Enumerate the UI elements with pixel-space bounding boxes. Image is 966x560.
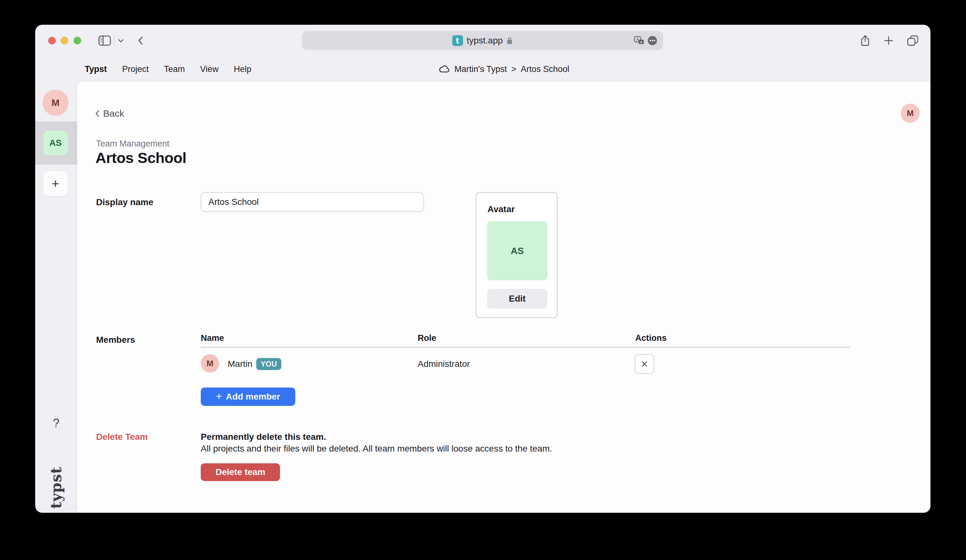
delete-warning-body: All projects and their files will be del… <box>201 443 552 454</box>
translate-icon[interactable]: A a <box>634 36 644 45</box>
sidebar-user-avatar[interactable]: M <box>43 90 69 116</box>
browser-window: t typst.app A a <box>35 25 930 513</box>
sidebar-add-team-button[interactable]: + <box>43 171 68 196</box>
column-header-actions: Actions <box>635 333 667 343</box>
avatar-edit-button[interactable]: Edit <box>487 289 547 309</box>
minimize-window-button[interactable] <box>61 37 68 44</box>
account-avatar[interactable]: M <box>901 104 920 123</box>
svg-text:A: A <box>636 38 639 42</box>
breadcrumb-workspace[interactable]: Martin's Typst <box>455 64 507 74</box>
browser-toolbar: t typst.app A a <box>35 25 930 56</box>
menu-team[interactable]: Team <box>164 64 185 74</box>
breadcrumb-current: Artos School <box>521 64 569 74</box>
display-name-label: Display name <box>96 197 153 207</box>
tab-overview-icon[interactable] <box>907 25 919 56</box>
share-icon[interactable] <box>860 25 871 56</box>
sidebar-team-avatar[interactable]: AS <box>43 131 68 155</box>
menu-help[interactable]: Help <box>234 64 251 74</box>
lock-icon <box>506 36 513 45</box>
typst-logo: typst <box>35 453 77 513</box>
back-link[interactable]: Back <box>95 108 124 119</box>
section-eyebrow: Team Management <box>96 139 169 149</box>
close-window-button[interactable] <box>48 37 56 44</box>
toolbar-divider <box>114 34 115 47</box>
svg-text:a: a <box>640 40 642 44</box>
menu-project[interactable]: Project <box>122 64 149 74</box>
site-favicon: t <box>452 35 463 46</box>
breadcrumb: Martin's Typst > Artos School <box>439 56 569 82</box>
team-avatar-preview: AS <box>487 221 547 280</box>
add-member-button[interactable]: + Add member <box>201 388 295 406</box>
avatar-panel-title: Avatar <box>488 204 515 214</box>
url-text: typst.app <box>467 36 503 46</box>
app-menu-bar: Typst Project Team View Help <box>85 56 251 82</box>
menu-typst[interactable]: Typst <box>85 64 107 74</box>
column-header-role: Role <box>418 333 436 343</box>
table-header-divider <box>201 347 849 348</box>
more-options-icon[interactable] <box>647 36 657 46</box>
help-icon[interactable]: ? <box>35 416 77 430</box>
remove-member-button[interactable] <box>634 354 654 374</box>
sidebar-toggle-icon[interactable] <box>98 25 112 56</box>
browser-back-icon[interactable] <box>136 25 145 56</box>
chevron-down-icon[interactable] <box>117 25 125 56</box>
address-bar[interactable]: t typst.app A a <box>302 31 663 50</box>
display-name-input[interactable] <box>201 192 424 212</box>
new-tab-icon[interactable] <box>884 25 894 56</box>
column-header-name: Name <box>201 333 224 343</box>
menu-view[interactable]: View <box>200 64 219 74</box>
member-name: Martin <box>228 359 253 369</box>
members-label: Members <box>96 335 135 345</box>
member-role: Administrator <box>418 359 470 369</box>
zoom-window-button[interactable] <box>74 37 81 44</box>
back-chevron-icon <box>95 110 99 117</box>
workspace-sidebar: M AS + ? typst <box>35 82 77 513</box>
team-management-panel: Back M Team Management Artos School Disp… <box>77 82 930 513</box>
delete-team-button[interactable]: Delete team <box>201 463 280 481</box>
you-badge: YOU <box>256 358 281 370</box>
delete-team-label: Delete Team <box>96 432 148 442</box>
cloud-icon <box>439 65 450 73</box>
avatar-panel: Avatar AS Edit <box>476 192 557 318</box>
plus-icon: + <box>216 390 222 402</box>
close-icon <box>641 360 648 368</box>
page-title: Artos School <box>95 149 186 166</box>
delete-warning-title: Permanently delete this team. <box>201 432 326 442</box>
member-avatar: M <box>201 354 219 373</box>
breadcrumb-separator: > <box>511 64 516 74</box>
